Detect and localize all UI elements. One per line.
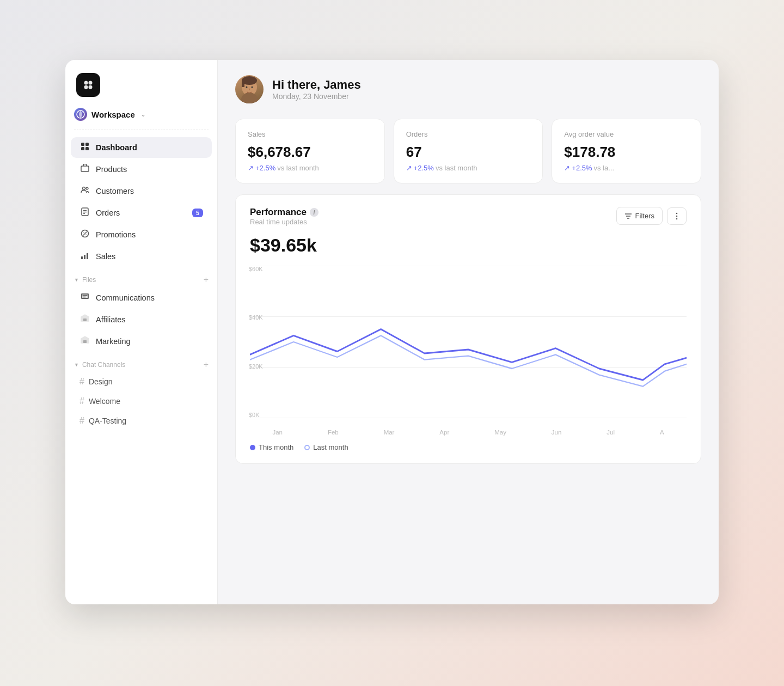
performance-main-value: $39.65k — [250, 235, 687, 256]
files-section-header: ▼ Files + — [65, 267, 217, 287]
channel-item-welcome[interactable]: # Welcome — [71, 392, 212, 411]
avg-order-stat-change: ↗ +2.5% vs la... — [564, 164, 689, 172]
page-header: Hi there, James Monday, 23 November — [235, 75, 701, 103]
legend-this-month: This month — [250, 443, 293, 451]
sidebar-item-affiliates[interactable]: Affiliates — [71, 309, 212, 330]
sales-stat-label: Sales — [248, 130, 372, 138]
channel-item-qa-testing[interactable]: # QA-Testing — [71, 412, 212, 430]
more-options-button[interactable] — [667, 207, 687, 225]
last-month-legend-label: Last month — [313, 443, 348, 451]
orders-badge: 5 — [192, 209, 203, 217]
workspace-icon — [74, 108, 87, 121]
svg-point-1 — [89, 81, 93, 85]
header-text: Hi there, James Monday, 23 November — [272, 78, 361, 101]
sidebar-item-products-label: Products — [96, 165, 127, 174]
svg-rect-18 — [84, 255, 85, 259]
avatar — [235, 75, 264, 103]
sidebar-item-promotions-label: Promotions — [96, 230, 136, 239]
files-chevron-icon: ▼ — [74, 277, 79, 283]
dashboard-icon — [79, 142, 90, 153]
svg-rect-23 — [83, 340, 87, 343]
sidebar-logo — [65, 73, 217, 108]
svg-rect-20 — [82, 294, 88, 298]
affiliates-icon — [79, 314, 90, 325]
sales-change-suffix: vs last month — [277, 164, 319, 172]
this-month-legend-label: This month — [259, 443, 293, 451]
channels-add-icon[interactable]: + — [204, 360, 209, 370]
stat-card-avg-order: Avg order value $178.78 ↗ +2.5% vs la... — [552, 119, 701, 183]
sidebar-item-orders[interactable]: Orders 5 — [71, 203, 212, 223]
svg-point-0 — [84, 81, 88, 85]
svg-point-11 — [86, 187, 88, 189]
performance-title-group: Performance i Real time updates — [250, 207, 318, 231]
orders-stat-label: Orders — [406, 130, 531, 138]
svg-point-27 — [240, 96, 259, 103]
avg-order-stat-value: $178.78 — [564, 144, 689, 161]
svg-rect-9 — [81, 166, 89, 171]
sidebar-item-customers-label: Customers — [96, 187, 134, 195]
svg-rect-8 — [85, 147, 89, 150]
sidebar-item-communications-label: Communications — [96, 293, 155, 302]
communications-icon — [79, 292, 90, 303]
sidebar-item-affiliates-label: Affiliates — [96, 315, 126, 324]
svg-point-34 — [676, 215, 678, 217]
channel-item-design[interactable]: # Design — [71, 372, 212, 391]
sidebar-item-marketing[interactable]: Marketing — [71, 331, 212, 352]
svg-rect-19 — [87, 253, 88, 259]
channel-qa-testing-label: QA-Testing — [89, 416, 126, 425]
orders-icon — [79, 207, 90, 218]
svg-rect-17 — [81, 256, 83, 259]
workspace-selector[interactable]: Workspace ⌄ — [65, 108, 217, 130]
performance-card: Performance i Real time updates Filters — [235, 194, 701, 464]
this-month-line — [250, 329, 687, 380]
chart-legend: This month Last month — [250, 443, 687, 451]
products-icon — [79, 164, 90, 175]
sales-icon — [79, 251, 90, 262]
info-icon[interactable]: i — [310, 208, 318, 217]
orders-stat-change: ↗ +2.5% vs last month — [406, 164, 531, 172]
sidebar-item-sales[interactable]: Sales — [71, 246, 212, 267]
svg-rect-5 — [81, 143, 84, 146]
svg-point-35 — [676, 218, 678, 219]
sidebar-item-marketing-label: Marketing — [96, 337, 131, 346]
app-container: Workspace ⌄ Dashboard — [65, 60, 719, 604]
avg-order-change-pct: +2.5% — [572, 164, 592, 172]
x-label-jun: Jun — [552, 429, 562, 436]
orders-change-suffix: vs last month — [436, 164, 477, 172]
svg-point-28 — [246, 87, 248, 88]
promotions-icon — [79, 229, 90, 240]
chart-container: $60K $40K $20K $0K — [250, 266, 687, 418]
files-add-icon[interactable]: + — [204, 275, 209, 285]
avg-order-arrow-icon: ↗ — [564, 164, 570, 172]
sidebar-item-communications[interactable]: Communications — [71, 287, 212, 308]
channel-hash-icon: # — [79, 396, 84, 406]
svg-rect-26 — [242, 81, 244, 87]
svg-point-33 — [676, 212, 678, 214]
orders-arrow-icon: ↗ — [406, 164, 412, 172]
sidebar-item-products[interactable]: Products — [71, 159, 212, 180]
sidebar-item-dashboard-label: Dashboard — [96, 143, 137, 152]
sales-arrow-icon: ↗ — [248, 164, 254, 172]
sidebar: Workspace ⌄ Dashboard — [65, 60, 218, 604]
x-label-mar: Mar — [384, 429, 395, 436]
svg-rect-7 — [81, 147, 84, 150]
svg-rect-6 — [85, 143, 89, 146]
x-label-jan: Jan — [272, 429, 283, 436]
marketing-icon — [79, 336, 90, 347]
channel-hash-icon: # — [79, 416, 84, 426]
sidebar-item-promotions[interactable]: Promotions — [71, 224, 212, 245]
filters-button[interactable]: Filters — [616, 207, 663, 225]
sidebar-item-dashboard[interactable]: Dashboard — [71, 137, 212, 158]
x-label-feb: Feb — [328, 429, 339, 436]
legend-last-month: Last month — [304, 443, 348, 451]
app-logo-icon — [76, 73, 100, 97]
x-axis: Jan Feb Mar Apr May Jun Jul A — [250, 425, 687, 436]
main-content: Hi there, James Monday, 23 November Sale… — [218, 60, 719, 604]
performance-header: Performance i Real time updates Filters — [250, 207, 687, 231]
svg-point-10 — [83, 187, 85, 190]
stat-card-sales: Sales $6,678.67 ↗ +2.5% vs last month — [235, 119, 385, 183]
greeting-title: Hi there, James — [272, 78, 361, 92]
channel-design-label: Design — [89, 377, 113, 386]
sidebar-item-customers[interactable]: Customers — [71, 181, 212, 201]
sales-stat-value: $6,678.67 — [248, 144, 372, 161]
